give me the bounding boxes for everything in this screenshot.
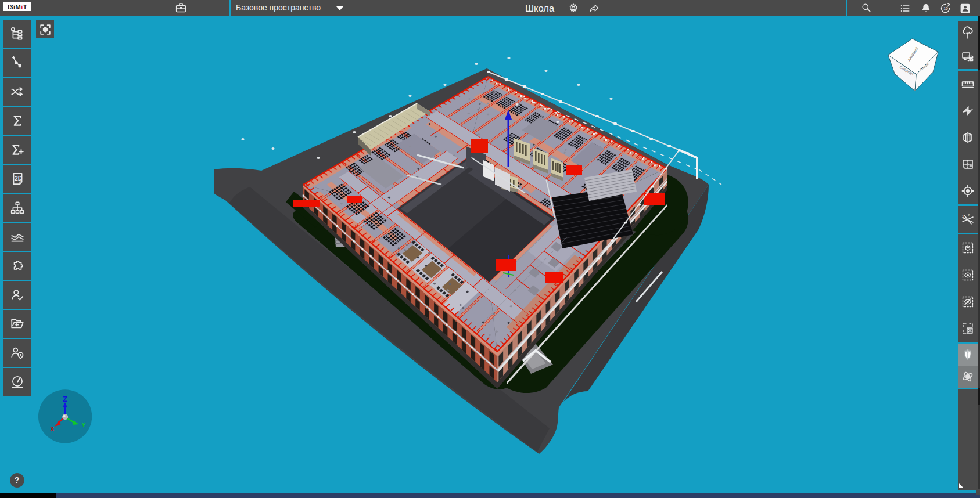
svg-text:2D: 2D: [15, 175, 22, 182]
svg-text:Z: Z: [63, 395, 67, 403]
svg-text:10: 10: [943, 6, 948, 10]
svg-text:Y: Y: [81, 421, 86, 428]
svg-text:2: 2: [968, 214, 970, 217]
svg-text:X: X: [50, 425, 55, 432]
